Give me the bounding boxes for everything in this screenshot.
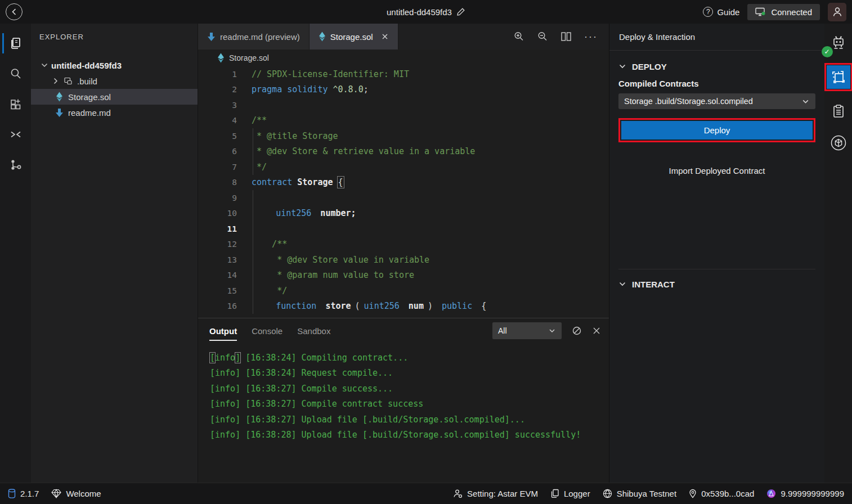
code-editor[interactable]: 1// SPDX-License-Identifier: MIT2pragma …: [198, 66, 609, 318]
more-actions-icon[interactable]: ···: [584, 31, 598, 43]
avatar[interactable]: [828, 3, 846, 21]
deploy-highlight-box: [824, 63, 852, 91]
status-item-welcome[interactable]: Welcome: [51, 489, 101, 498]
tab-readme-md-preview-[interactable]: readme.md (preview): [198, 24, 310, 50]
code-line-12: 12 /**: [198, 237, 609, 253]
log-line: [info] [16:38:28] Upload file [.build/St…: [210, 428, 609, 443]
compiled-contract-value: Storage .build/Storage.sol.compiled: [624, 97, 753, 106]
status-item-shibuya-testnet[interactable]: Shibuya Testnet: [603, 489, 676, 498]
zoom-out-icon[interactable]: [537, 31, 548, 42]
back-button[interactable]: [6, 3, 23, 20]
sidebar-item-search[interactable]: [2, 61, 29, 87]
tree-item--build[interactable]: .build: [31, 73, 198, 89]
status-item-label: Welcome: [66, 489, 101, 498]
log-filter-value: All: [498, 326, 507, 335]
line-number: 4: [198, 116, 246, 125]
line-number: 14: [198, 271, 246, 280]
line-number: 7: [198, 163, 246, 172]
tab-label: readme.md (preview): [220, 32, 300, 42]
output-tab-output[interactable]: Output: [209, 318, 237, 343]
code-line-6: 6 * @dev Store & retrieve value in a var…: [198, 144, 609, 160]
output-tab-console[interactable]: Console: [252, 318, 282, 343]
clear-output-icon[interactable]: [572, 326, 582, 336]
breadcrumb[interactable]: Storage.sol: [198, 50, 609, 66]
code-text: [246, 97, 609, 113]
line-number: 1: [198, 70, 246, 79]
sidebar-item-ai-chat[interactable]: [827, 132, 850, 154]
status-item-logger[interactable]: Logger: [550, 489, 590, 498]
output-tab-sandbox[interactable]: Sandbox: [297, 318, 330, 343]
interact-section-header[interactable]: INTERACT: [618, 276, 815, 292]
code-text: * @title Storage: [246, 128, 609, 144]
code-text: contract Storage {: [246, 175, 609, 191]
sidebar-item-format[interactable]: [2, 122, 29, 147]
deploy-section-header[interactable]: DEPLOY: [618, 58, 815, 74]
files-icon: [8, 36, 23, 51]
code-text: [246, 190, 609, 206]
app-window: untitled-dd459fd3 ? Guide Connected: [0, 0, 852, 504]
zoom-in-icon[interactable]: [513, 31, 524, 42]
sidebar-item-extensions[interactable]: [2, 91, 29, 117]
code-text: */: [246, 283, 609, 299]
status-item-label: Shibuya Testnet: [617, 489, 676, 498]
sidebar-item-logs[interactable]: [827, 100, 850, 123]
sidebar-item-explorer[interactable]: [2, 30, 29, 56]
log-line: [info] [16:38:24] Compiling contract...: [210, 350, 609, 366]
split-editor-icon[interactable]: [560, 32, 572, 42]
deploy-button[interactable]: Deploy: [621, 121, 813, 140]
log-line: [info] [16:38:27] Upload file [.build/St…: [210, 412, 609, 428]
status-bar: 2.1.7Welcome Setting: Astar EVMLoggerShi…: [0, 483, 852, 504]
line-number: 9: [198, 194, 246, 202]
compiled-contract-select[interactable]: Storage .build/Storage.sol.compiled: [618, 93, 815, 109]
astar-token-icon: [766, 489, 776, 498]
sidebar-item-git[interactable]: [2, 152, 29, 178]
question-circle-icon: ?: [703, 7, 713, 17]
status-item-setting-astar-evm[interactable]: Setting: Astar EVM: [453, 489, 538, 498]
deploy-panel-icon: [831, 69, 846, 85]
back-arrow-icon: [10, 7, 19, 16]
line-number: 5: [198, 132, 246, 141]
guide-label: Guide: [717, 7, 739, 17]
deploy-interaction-panel: Deploy & Interaction DEPLOY Compiled Con…: [609, 24, 824, 483]
editor-tab-bar: readme.md (preview)Storage.sol ···: [198, 24, 609, 50]
code-line-15: 15 */: [198, 283, 609, 299]
status-item-0x539b-0cad[interactable]: 0x539b...0cad: [689, 489, 754, 498]
sidebar-item-assistant[interactable]: ✓: [827, 32, 850, 54]
chevron-down-icon: [548, 327, 556, 335]
line-number: 13: [198, 255, 246, 264]
close-panel-icon[interactable]: [592, 326, 601, 335]
line-number: 12: [198, 240, 246, 249]
sidebar-item-deploy[interactable]: [827, 65, 850, 89]
solidity-diamond-icon: [217, 53, 225, 63]
code-line-16: 16 function store(uint256 num) public {: [198, 299, 609, 314]
line-number: 2: [198, 85, 246, 94]
code-line-11: 11: [198, 221, 609, 237]
log-line: [info] [16:38:27] Compile success...: [210, 381, 609, 397]
chevron-right-icon: [50, 77, 61, 85]
import-deployed-contract-link[interactable]: Import Deployed Contract: [618, 166, 815, 176]
openai-icon: [830, 134, 847, 151]
log-filter-select[interactable]: All: [492, 322, 562, 339]
line-number: 8: [198, 178, 246, 187]
status-item-2-1-7[interactable]: 2.1.7: [8, 489, 39, 498]
tree-item-untitled-dd459fd3[interactable]: untitled-dd459fd3: [31, 57, 198, 73]
tree-item-storage-sol[interactable]: Storage.sol: [31, 89, 198, 105]
status-item-label: 9.999999999999: [781, 489, 844, 498]
globe-icon: [603, 489, 612, 498]
edit-pencil-icon[interactable]: [456, 7, 465, 16]
clipboard-icon: [831, 104, 846, 119]
explorer-header: EXPLORER: [31, 24, 198, 50]
tree-item-label: untitled-dd459fd3: [51, 61, 122, 70]
status-item-9-999999999999[interactable]: 9.999999999999: [766, 489, 844, 498]
guide-button[interactable]: ? Guide: [703, 7, 739, 17]
code-text: // SPDX-License-Identifier: MIT: [246, 66, 609, 82]
close-tab-icon[interactable]: [381, 33, 389, 40]
code-text: /**: [246, 237, 609, 253]
tree-item-label: Storage.sol: [68, 92, 111, 102]
code-line-10: 10 uint256 number;: [198, 206, 609, 222]
activity-bar-left: [0, 24, 31, 483]
connected-button[interactable]: Connected: [747, 4, 820, 20]
tree-item-readme-md[interactable]: readme.md: [31, 105, 198, 120]
tab-storage-sol[interactable]: Storage.sol: [310, 24, 398, 50]
status-item-label: Setting: Astar EVM: [467, 489, 538, 498]
